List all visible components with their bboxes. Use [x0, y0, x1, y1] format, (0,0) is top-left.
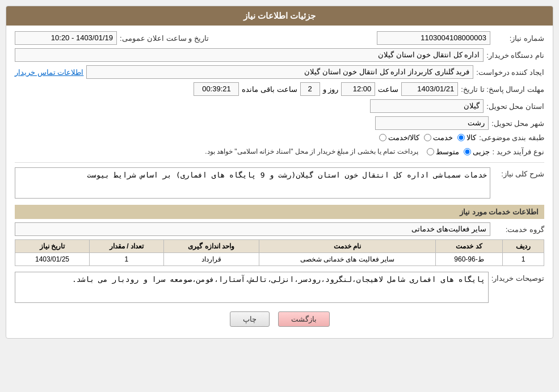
requester-label: نام دستگاه خریدار: [486, 51, 544, 60]
table-cell: ط-96-960 [436, 253, 503, 266]
group-label: گروه خدمت: [493, 225, 544, 234]
remaining-value: 00:39:21 [194, 82, 239, 96]
col-header-name: نام خدمت [259, 240, 436, 253]
table-cell: 1 [502, 253, 544, 266]
description-label: شرح کلی نیاز: [493, 167, 544, 178]
need-number-label: شماره نیاز: [493, 34, 544, 43]
category-option-kala-khadamat-label: کالا/خدمت [388, 133, 420, 142]
city-label: شهر محل تحویل: [491, 119, 544, 128]
buyer-notes-label: توصیحات خریدار: [491, 272, 544, 283]
back-button[interactable]: بازگشت [278, 311, 330, 327]
divider1 [15, 162, 544, 163]
process-note: پرداخت تمام یا بخشی از مبلغ خریدار از مح… [205, 145, 418, 158]
description-value [15, 167, 490, 199]
col-header-code: کد خدمت [436, 240, 503, 253]
process-radio-group: متوسط جزیی [427, 147, 490, 156]
print-button[interactable]: چاپ [230, 311, 270, 327]
need-number-value: 1103004108000003 [377, 31, 490, 45]
services-section-title: اطلاعات خدمات مورد نیاز [15, 205, 544, 219]
process-radio-mutavasset[interactable] [427, 148, 434, 155]
announce-date-label: تاریخ و ساعت اعلان عمومی: [120, 34, 209, 43]
table-cell: 1403/01/25 [15, 253, 90, 266]
buyer-notes-value [15, 272, 489, 303]
response-days-label: روز و [323, 85, 339, 94]
process-option-jozyi-label: جزیی [473, 147, 490, 156]
table-cell: 1 [89, 253, 163, 266]
remaining-label: ساعت باقی مانده [242, 85, 297, 94]
col-header-date: تاریخ نیاز [15, 240, 90, 253]
process-option-jozyi[interactable]: جزیی [464, 147, 490, 156]
category-option-khadamat-label: خدمت [433, 133, 453, 142]
response-deadline-label: مهلت ارسال پاسخ: تا تاریخ: [461, 85, 544, 94]
response-time-label: ساعت [378, 85, 398, 94]
province-value: گیلان [370, 99, 484, 113]
category-radio-kala[interactable] [457, 134, 465, 141]
process-option-mutavasset[interactable]: متوسط [427, 147, 459, 156]
services-table: ردیف کد خدمت نام خدمت واحد اندازه گیری ت… [15, 239, 544, 266]
page-title: جزئیات اطلاعات نیاز [6, 6, 553, 26]
category-option-kala-khadamat[interactable]: کالا/خدمت [379, 133, 420, 142]
category-radio-khadamat[interactable] [424, 134, 431, 141]
announce-date-value: 1403/01/19 - 10:20 [15, 31, 117, 45]
creator-value: فرید گلناری کاربرداز اداره کل انتقال خون… [86, 65, 473, 79]
category-radio-group: کالا/خدمت خدمت کالا [379, 133, 477, 142]
response-days-value: 2 [300, 82, 320, 96]
process-radio-jozyi[interactable] [464, 148, 471, 155]
process-option-mutavasset-label: متوسط [436, 147, 459, 156]
col-header-qty: تعداد / مقدار [89, 240, 163, 253]
table-row: 1ط-96-960سایر فعالیت های خدماتی شخصیقرار… [15, 253, 544, 266]
button-row: بازگشت چاپ [15, 311, 544, 332]
requester-value: اداره کل انتقال خون استان گیلان [15, 48, 484, 62]
contact-link[interactable]: اطلاعات تماس خریدار [15, 68, 83, 77]
category-option-kala[interactable]: کالا [457, 133, 476, 142]
process-label: نوع فرآیند خرید : [493, 147, 544, 156]
city-value: رشت [375, 116, 489, 130]
col-header-unit: واحد اندازه گیری [163, 240, 259, 253]
category-option-khadamat[interactable]: خدمت [424, 133, 453, 142]
category-label: طبقه بندی موضوعی: [479, 133, 544, 142]
table-cell: قرارداد [163, 253, 259, 266]
response-time-value: 12:00 [341, 82, 375, 96]
group-value: سایر فعالیت‌های خدماتی [15, 222, 490, 236]
category-option-kala-label: کالا [466, 133, 476, 142]
province-label: استان محل تحویل: [486, 102, 544, 111]
creator-label: ایجاد کننده درخواست: [476, 68, 544, 77]
category-radio-kala-khadamat[interactable] [379, 134, 386, 141]
col-header-row: ردیف [502, 240, 544, 253]
response-date-value: 1403/01/21 [401, 82, 458, 96]
table-cell: سایر فعالیت های خدماتی شخصی [259, 253, 436, 266]
